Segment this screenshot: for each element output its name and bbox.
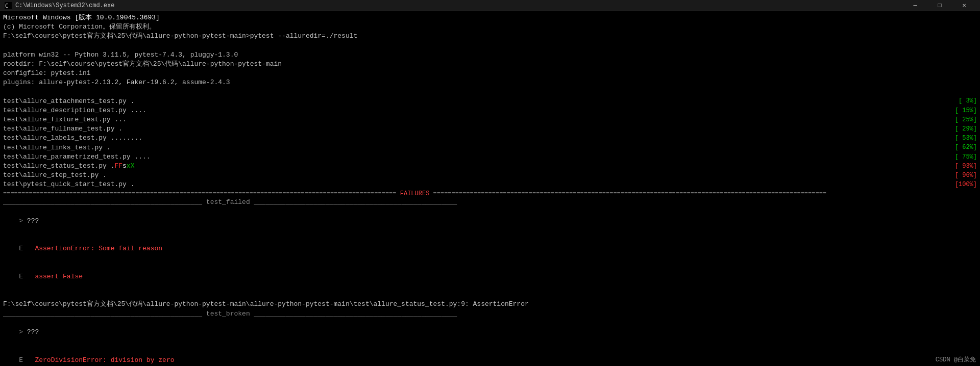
platform-line: platform win32 -- Python 3.11.5, pytest-… <box>3 50 977 60</box>
test-file-name-4: test\allure_labels_test.py ........ <box>3 134 142 143</box>
svg-text:C: C <box>5 3 8 9</box>
test-file-pct-0: [ 3%] <box>959 97 977 106</box>
error-label-1: E <box>19 245 35 252</box>
test-file-row-8: test\allure_step_test.py . [ 96%] <box>3 171 977 180</box>
rootdir-line: rootdir: F:\self\course\pytest官方文档\25\代码… <box>3 60 977 69</box>
plugins-line: plugins: allure-pytest-2.13.2, Faker-19.… <box>3 78 977 87</box>
test-file-row-2: test\allure_fixture_test.py ... [ 25%] <box>3 115 977 124</box>
header-line-1: Microsoft Windows [版本 10.0.19045.3693] <box>3 13 977 22</box>
assertion-error-text: AssertionError: Some fail reason <box>35 245 162 252</box>
test-failed-assertion-line: E AssertionError: Some fail reason <box>3 235 977 263</box>
maximize-button[interactable]: □ <box>928 0 951 11</box>
error-label-2: E <box>19 273 35 280</box>
arrow-icon-2: > <box>19 328 27 336</box>
question-marks-1: ??? <box>27 217 39 225</box>
test-file-pct-3: [ 29%] <box>955 125 977 134</box>
blank-line-2 <box>3 88 977 97</box>
failures-separator-1: ========================================… <box>3 190 977 198</box>
zero-division-error-text: ZeroDivisionError: division by zero <box>35 356 174 364</box>
test-file-pct-7: [ 93%] <box>955 162 977 171</box>
test-file-name-7: test\allure_status_test.py .FFsxX <box>3 162 134 171</box>
header-line-2: (c) Microsoft Corporation。保留所有权利。 <box>3 22 977 32</box>
test-file-row-3: test\allure_fullname_test.py . [ 29%] <box>3 124 977 134</box>
test-file-name-0: test\allure_attachments_test.py . <box>3 97 134 106</box>
test-file-pct-2: [ 25%] <box>955 116 977 124</box>
test-file-row-1: test\allure_description_test.py .... [ 1… <box>3 106 977 115</box>
test-file-name-8: test\allure_step_test.py . <box>3 171 107 180</box>
terminal: Microsoft Windows [版本 10.0.19045.3693] (… <box>0 11 980 366</box>
command-line: F:\self\course\pytest官方文档\25\代码\allure-p… <box>3 32 977 41</box>
blank-line-1 <box>3 41 977 50</box>
test-failed-assert-false-line: E assert False <box>3 263 977 291</box>
close-button[interactable]: ✕ <box>952 0 976 11</box>
question-marks-2: ??? <box>27 328 39 336</box>
test-file-name-1: test\allure_description_test.py .... <box>3 106 146 115</box>
test-file-pct-8: [ 96%] <box>955 171 977 180</box>
test-broken-arrow-line: > ??? <box>3 319 977 347</box>
test-file-row-4: test\allure_labels_test.py ........ [ 53… <box>3 134 977 143</box>
test-file-row-7: test\allure_status_test.py .FFsxX [ 93%] <box>3 162 977 171</box>
blank-line-3 <box>3 291 977 300</box>
test-file-name-9: test\pytest_quick_start_test.py . <box>3 180 134 189</box>
assert-false-text: assert False <box>35 273 83 280</box>
test-failed-file-line: F:\self\course\pytest官方文档\25\代码\allure-p… <box>3 300 977 309</box>
test-file-pct-9: [100%] <box>955 180 977 189</box>
title-bar: C C:\Windows\System32\cmd.exe ─ □ ✕ <box>0 0 980 11</box>
test-failed-header: ________________________________________… <box>3 198 977 207</box>
test-broken-header: ________________________________________… <box>3 309 977 319</box>
test-file-name-6: test\allure_parametrized_test.py .... <box>3 152 151 162</box>
test-file-row-5: test\allure_links_test.py . [ 62%] <box>3 143 977 152</box>
test-file-row-6: test\allure_parametrized_test.py .... [ … <box>3 152 977 162</box>
test-failed-arrow-line: > ??? <box>3 207 977 236</box>
test-file-pct-5: [ 62%] <box>955 143 977 152</box>
test-file-row-9: test\pytest_quick_start_test.py . [100%] <box>3 180 977 189</box>
minimize-button[interactable]: ─ <box>903 0 927 11</box>
test-file-pct-4: [ 53%] <box>955 134 977 143</box>
test-file-name-3: test\allure_fullname_test.py . <box>3 124 122 134</box>
title-bar-title: C:\Windows\System32\cmd.exe <box>15 2 114 9</box>
configfile-line: configfile: pytest.ini <box>3 69 977 78</box>
test-file-row-0: test\allure_attachments_test.py . [ 3%] <box>3 97 977 106</box>
test-file-name-2: test\allure_fixture_test.py ... <box>3 115 127 124</box>
test-file-pct-1: [ 15%] <box>955 107 977 115</box>
test-file-pct-6: [ 75%] <box>955 153 977 162</box>
test-broken-error-line: E ZeroDivisionError: division by zero <box>3 346 977 366</box>
test-file-name-5: test\allure_links_test.py . <box>3 143 111 152</box>
error-label-3: E <box>19 356 35 364</box>
watermark: CSDN @白菜免 <box>936 355 976 364</box>
arrow-icon-1: > <box>19 217 27 225</box>
cmd-icon: C <box>4 2 12 10</box>
